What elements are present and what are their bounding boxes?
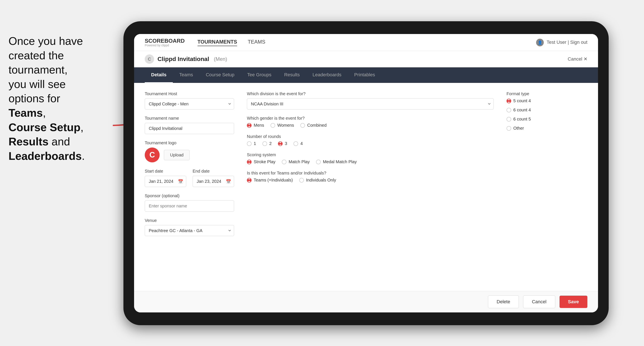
logo-sub: Powered by clippd <box>145 44 185 47</box>
tournament-host-label: Tournament Host <box>145 91 234 96</box>
tab-leaderboards[interactable]: Leaderboards <box>306 67 348 83</box>
division-select[interactable]: NCAA Division III <box>247 98 494 109</box>
tournament-title: C Clippd Invitational (Men) <box>145 54 227 64</box>
format-6count4[interactable]: 6 count 4 <box>506 108 588 112</box>
tab-details[interactable]: Details <box>145 67 173 83</box>
individuals-teams[interactable]: Teams (+Individuals) <box>247 178 293 182</box>
tab-course-setup[interactable]: Course Setup <box>200 67 241 83</box>
scoring-stroke[interactable]: Stroke Play <box>247 160 276 164</box>
scoring-match[interactable]: Match Play <box>282 160 310 164</box>
rounds-1[interactable]: 1 <box>247 141 256 146</box>
tournament-icon: C <box>145 54 154 64</box>
format-6count4-label: 6 count 4 <box>513 108 531 112</box>
start-date-icon: 📅 <box>178 179 183 184</box>
individuals-teams-dot <box>247 178 252 182</box>
logo-main: SCOREBOARD <box>145 38 185 44</box>
venue-label: Venue <box>145 218 234 223</box>
sponsor-input[interactable] <box>145 200 234 212</box>
format-6count5[interactable]: 6 count 5 <box>506 117 588 122</box>
format-5count4[interactable]: 5 count 4 <box>506 98 588 103</box>
scoring-radio-group: Stroke Play Match Play Medal Match Play <box>247 160 494 164</box>
delete-button[interactable]: Delete <box>488 295 519 308</box>
action-bar: Delete Cancel Save <box>134 291 598 312</box>
format-label: Format type <box>506 91 588 96</box>
nav-tournaments[interactable]: TOURNAMENTS <box>198 39 237 46</box>
rounds-3-dot <box>278 141 283 146</box>
scoring-medal-match[interactable]: Medal Match Play <box>316 160 357 164</box>
user-text[interactable]: Test User | Sign out <box>546 39 588 45</box>
rounds-radio-group: 1 2 3 4 <box>247 141 494 146</box>
end-date-icon: 📅 <box>226 179 231 184</box>
rounds-4[interactable]: 4 <box>294 141 303 146</box>
upload-button[interactable]: Upload <box>164 150 190 160</box>
format-group: Format type 5 count 4 6 count 4 6 cou <box>506 91 588 131</box>
tournament-name-group: Tournament name <box>145 116 234 134</box>
format-5count4-dot <box>506 99 511 103</box>
end-date-label: End date <box>192 169 234 174</box>
individuals-only[interactable]: Individuals Only <box>299 178 336 182</box>
format-6count4-dot <box>506 108 511 112</box>
gender-combined-label: Combined <box>307 123 326 128</box>
scoring-stroke-label: Stroke Play <box>254 160 276 164</box>
format-other[interactable]: Other <box>506 126 588 131</box>
scoring-match-label: Match Play <box>288 160 310 164</box>
tournament-name-label: Tournament name <box>145 116 234 121</box>
rounds-2-dot <box>262 141 267 146</box>
right-column: Format type 5 count 4 6 count 4 6 cou <box>506 91 588 282</box>
gender-mens[interactable]: Mens <box>247 123 264 128</box>
scoring-medal-match-label: Medal Match Play <box>323 160 357 164</box>
instruction-text: Once you have created the tournament, yo… <box>0 25 119 172</box>
division-label: Which division is the event for? <box>247 91 494 96</box>
scoring-label: Scoring system <box>247 152 494 157</box>
division-group: Which division is the event for? NCAA Di… <box>247 91 494 109</box>
scoring-stroke-dot <box>247 160 252 164</box>
individuals-radio-group: Teams (+Individuals) Individuals Only <box>247 178 494 182</box>
nav-teams[interactable]: TEAMS <box>248 39 266 46</box>
end-date-group: End date 📅 <box>192 169 234 187</box>
tournament-host-select[interactable]: Clippd College - Men <box>145 98 234 109</box>
rounds-1-dot <box>247 141 252 146</box>
tablet-frame: SCOREBOARD Powered by clippd TOURNAMENTS… <box>124 21 609 325</box>
tournament-logo-label: Tournament logo <box>145 141 234 145</box>
rounds-4-dot <box>294 141 298 146</box>
tournament-logo-group: Tournament logo C Upload <box>145 141 234 162</box>
cancel-button[interactable]: Cancel <box>523 295 555 308</box>
rounds-3[interactable]: 3 <box>278 141 287 146</box>
format-5count4-label: 5 count 4 <box>513 98 531 103</box>
gender-radio-group: Mens Womens Combined <box>247 123 494 128</box>
save-button[interactable]: Save <box>560 296 588 308</box>
gender-combined[interactable]: Combined <box>300 123 326 128</box>
tournament-name-input[interactable] <box>145 123 234 134</box>
individuals-label: Is this event for Teams and/or Individua… <box>247 171 494 175</box>
start-date-label: Start date <box>145 169 186 174</box>
tab-printables[interactable]: Printables <box>348 67 382 83</box>
tablet-screen: SCOREBOARD Powered by clippd TOURNAMENTS… <box>134 34 598 312</box>
tab-results[interactable]: Results <box>278 67 306 83</box>
rounds-2[interactable]: 2 <box>262 141 272 146</box>
individuals-teams-label: Teams (+Individuals) <box>254 178 293 182</box>
rounds-2-label: 2 <box>269 141 272 146</box>
rounds-1-label: 1 <box>254 141 256 146</box>
venue-group: Venue Peachtree GC - Atlanta - GA <box>145 218 234 236</box>
gender-label: Which gender is the event for? <box>247 116 494 121</box>
gender-womens[interactable]: Womens <box>270 123 294 128</box>
sponsor-group: Sponsor (optional) <box>145 193 234 212</box>
format-6count5-label: 6 count 5 <box>513 117 531 122</box>
logo-upload-area: C Upload <box>145 148 234 162</box>
logo-preview: C <box>145 148 160 162</box>
logo-area: SCOREBOARD Powered by clippd <box>145 38 185 47</box>
nav-links: TOURNAMENTS TEAMS <box>198 39 266 46</box>
tab-bar: Details Teams Course Setup Tee Groups Re… <box>134 67 598 83</box>
format-other-dot <box>506 126 511 131</box>
gender-mens-label: Mens <box>254 123 264 128</box>
tournament-host-group: Tournament Host Clippd College - Men <box>145 91 234 109</box>
tab-tee-groups[interactable]: Tee Groups <box>241 67 278 83</box>
cancel-header-button[interactable]: Cancel ✕ <box>568 56 588 62</box>
start-date-wrapper: 📅 <box>145 176 186 187</box>
tab-teams[interactable]: Teams <box>173 67 200 83</box>
venue-select[interactable]: Peachtree GC - Atlanta - GA <box>145 225 234 236</box>
rounds-4-label: 4 <box>300 141 303 146</box>
rounds-group: Number of rounds 1 2 3 <box>247 134 494 146</box>
nav-left: SCOREBOARD Powered by clippd TOURNAMENTS… <box>145 38 266 47</box>
user-avatar: 👤 <box>536 39 544 46</box>
